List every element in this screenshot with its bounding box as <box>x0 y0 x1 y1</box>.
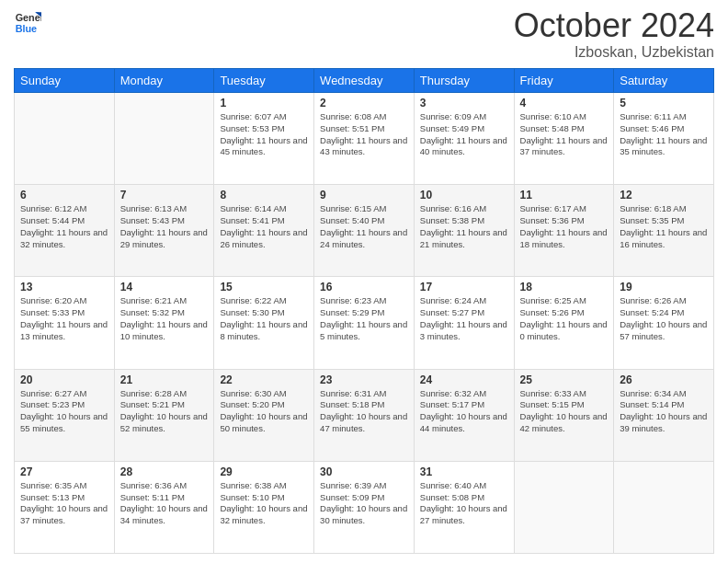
table-row: 10Sunrise: 6:16 AM Sunset: 5:38 PM Dayli… <box>414 185 514 277</box>
table-row <box>15 93 115 185</box>
table-row: 22Sunrise: 6:30 AM Sunset: 5:20 PM Dayli… <box>214 369 314 461</box>
day-detail: Sunrise: 6:35 AM Sunset: 5:13 PM Dayligh… <box>20 480 108 527</box>
day-detail: Sunrise: 6:36 AM Sunset: 5:11 PM Dayligh… <box>120 480 209 527</box>
day-detail: Sunrise: 6:34 AM Sunset: 5:14 PM Dayligh… <box>620 388 708 435</box>
day-number: 24 <box>420 373 508 386</box>
table-row: 1Sunrise: 6:07 AM Sunset: 5:53 PM Daylig… <box>214 93 314 185</box>
day-number: 3 <box>420 97 508 109</box>
day-number: 22 <box>220 373 308 386</box>
table-row: 11Sunrise: 6:17 AM Sunset: 5:36 PM Dayli… <box>514 185 614 277</box>
day-detail: Sunrise: 6:39 AM Sunset: 5:09 PM Dayligh… <box>320 480 408 527</box>
table-row: 16Sunrise: 6:23 AM Sunset: 5:29 PM Dayli… <box>314 277 415 369</box>
day-number: 28 <box>120 465 209 478</box>
table-row: 31Sunrise: 6:40 AM Sunset: 5:08 PM Dayli… <box>414 461 514 553</box>
day-detail: Sunrise: 6:17 AM Sunset: 5:36 PM Dayligh… <box>520 203 609 250</box>
table-row: 23Sunrise: 6:31 AM Sunset: 5:18 PM Dayli… <box>314 369 415 461</box>
day-detail: Sunrise: 6:08 AM Sunset: 5:51 PM Dayligh… <box>320 111 408 158</box>
page: General Blue October 2024 Izboskan, Uzbe… <box>0 0 728 563</box>
calendar-week-row: 27Sunrise: 6:35 AM Sunset: 5:13 PM Dayli… <box>15 461 714 553</box>
day-number: 14 <box>120 281 209 293</box>
table-row: 7Sunrise: 6:13 AM Sunset: 5:43 PM Daylig… <box>114 185 214 277</box>
day-number: 17 <box>420 281 508 293</box>
day-detail: Sunrise: 6:22 AM Sunset: 5:30 PM Dayligh… <box>220 295 308 342</box>
day-detail: Sunrise: 6:21 AM Sunset: 5:32 PM Dayligh… <box>120 295 209 342</box>
day-detail: Sunrise: 6:30 AM Sunset: 5:20 PM Dayligh… <box>220 388 308 435</box>
table-row: 24Sunrise: 6:32 AM Sunset: 5:17 PM Dayli… <box>414 369 514 461</box>
table-row: 30Sunrise: 6:39 AM Sunset: 5:09 PM Dayli… <box>314 461 415 553</box>
day-detail: Sunrise: 6:12 AM Sunset: 5:44 PM Dayligh… <box>20 203 108 250</box>
day-number: 1 <box>220 97 308 109</box>
day-number: 23 <box>320 373 408 386</box>
day-number: 6 <box>20 189 108 201</box>
day-number: 26 <box>620 373 708 386</box>
table-row: 9Sunrise: 6:15 AM Sunset: 5:40 PM Daylig… <box>314 185 415 277</box>
day-detail: Sunrise: 6:38 AM Sunset: 5:10 PM Dayligh… <box>220 480 308 527</box>
day-detail: Sunrise: 6:20 AM Sunset: 5:33 PM Dayligh… <box>20 295 108 342</box>
calendar-week-row: 1Sunrise: 6:07 AM Sunset: 5:53 PM Daylig… <box>15 93 714 185</box>
table-row: 5Sunrise: 6:11 AM Sunset: 5:46 PM Daylig… <box>614 93 714 185</box>
day-detail: Sunrise: 6:28 AM Sunset: 5:21 PM Dayligh… <box>120 388 209 435</box>
col-wednesday: Wednesday <box>314 69 415 93</box>
day-number: 2 <box>320 97 408 109</box>
month-title: October 2024 <box>514 9 714 42</box>
table-row <box>114 93 214 185</box>
day-detail: Sunrise: 6:07 AM Sunset: 5:53 PM Dayligh… <box>220 111 308 158</box>
table-row: 21Sunrise: 6:28 AM Sunset: 5:21 PM Dayli… <box>114 369 214 461</box>
day-detail: Sunrise: 6:32 AM Sunset: 5:17 PM Dayligh… <box>420 388 508 435</box>
day-detail: Sunrise: 6:31 AM Sunset: 5:18 PM Dayligh… <box>320 388 408 435</box>
day-number: 30 <box>320 465 408 478</box>
calendar-table: Sunday Monday Tuesday Wednesday Thursday… <box>14 68 714 554</box>
table-row: 25Sunrise: 6:33 AM Sunset: 5:15 PM Dayli… <box>514 369 614 461</box>
calendar-week-row: 13Sunrise: 6:20 AM Sunset: 5:33 PM Dayli… <box>15 277 714 369</box>
table-row: 29Sunrise: 6:38 AM Sunset: 5:10 PM Dayli… <box>214 461 314 553</box>
day-number: 27 <box>20 465 108 478</box>
logo-icon: General Blue <box>14 9 41 37</box>
day-number: 7 <box>120 189 209 201</box>
svg-text:Blue: Blue <box>16 23 37 34</box>
calendar-week-row: 6Sunrise: 6:12 AM Sunset: 5:44 PM Daylig… <box>15 185 714 277</box>
day-detail: Sunrise: 6:14 AM Sunset: 5:41 PM Dayligh… <box>220 203 308 250</box>
table-row: 18Sunrise: 6:25 AM Sunset: 5:26 PM Dayli… <box>514 277 614 369</box>
title-area: October 2024 Izboskan, Uzbekistan <box>514 9 714 61</box>
day-detail: Sunrise: 6:33 AM Sunset: 5:15 PM Dayligh… <box>520 388 609 435</box>
day-detail: Sunrise: 6:26 AM Sunset: 5:24 PM Dayligh… <box>620 295 708 342</box>
calendar-week-row: 20Sunrise: 6:27 AM Sunset: 5:23 PM Dayli… <box>15 369 714 461</box>
table-row: 28Sunrise: 6:36 AM Sunset: 5:11 PM Dayli… <box>114 461 214 553</box>
day-number: 15 <box>220 281 308 293</box>
table-row: 15Sunrise: 6:22 AM Sunset: 5:30 PM Dayli… <box>214 277 314 369</box>
day-number: 21 <box>120 373 209 386</box>
table-row: 2Sunrise: 6:08 AM Sunset: 5:51 PM Daylig… <box>314 93 415 185</box>
day-detail: Sunrise: 6:23 AM Sunset: 5:29 PM Dayligh… <box>320 295 408 342</box>
day-number: 29 <box>220 465 308 478</box>
day-detail: Sunrise: 6:18 AM Sunset: 5:35 PM Dayligh… <box>620 203 708 250</box>
day-detail: Sunrise: 6:09 AM Sunset: 5:49 PM Dayligh… <box>420 111 508 158</box>
day-number: 12 <box>620 189 708 201</box>
day-detail: Sunrise: 6:27 AM Sunset: 5:23 PM Dayligh… <box>20 388 108 435</box>
logo: General Blue <box>14 9 41 37</box>
day-detail: Sunrise: 6:16 AM Sunset: 5:38 PM Dayligh… <box>420 203 508 250</box>
day-number: 11 <box>520 189 609 201</box>
col-saturday: Saturday <box>614 69 714 93</box>
table-row: 8Sunrise: 6:14 AM Sunset: 5:41 PM Daylig… <box>214 185 314 277</box>
table-row <box>614 461 714 553</box>
table-row: 14Sunrise: 6:21 AM Sunset: 5:32 PM Dayli… <box>114 277 214 369</box>
col-thursday: Thursday <box>414 69 514 93</box>
day-number: 4 <box>520 97 609 109</box>
day-number: 31 <box>420 465 508 478</box>
table-row: 6Sunrise: 6:12 AM Sunset: 5:44 PM Daylig… <box>15 185 115 277</box>
day-number: 16 <box>320 281 408 293</box>
col-monday: Monday <box>114 69 214 93</box>
day-detail: Sunrise: 6:15 AM Sunset: 5:40 PM Dayligh… <box>320 203 408 250</box>
day-detail: Sunrise: 6:40 AM Sunset: 5:08 PM Dayligh… <box>420 480 508 527</box>
table-row: 4Sunrise: 6:10 AM Sunset: 5:48 PM Daylig… <box>514 93 614 185</box>
day-number: 20 <box>20 373 108 386</box>
day-number: 10 <box>420 189 508 201</box>
table-row: 26Sunrise: 6:34 AM Sunset: 5:14 PM Dayli… <box>614 369 714 461</box>
table-row: 27Sunrise: 6:35 AM Sunset: 5:13 PM Dayli… <box>15 461 115 553</box>
day-detail: Sunrise: 6:24 AM Sunset: 5:27 PM Dayligh… <box>420 295 508 342</box>
day-detail: Sunrise: 6:10 AM Sunset: 5:48 PM Dayligh… <box>520 111 609 158</box>
col-friday: Friday <box>514 69 614 93</box>
day-detail: Sunrise: 6:13 AM Sunset: 5:43 PM Dayligh… <box>120 203 209 250</box>
col-tuesday: Tuesday <box>214 69 314 93</box>
table-row: 12Sunrise: 6:18 AM Sunset: 5:35 PM Dayli… <box>614 185 714 277</box>
